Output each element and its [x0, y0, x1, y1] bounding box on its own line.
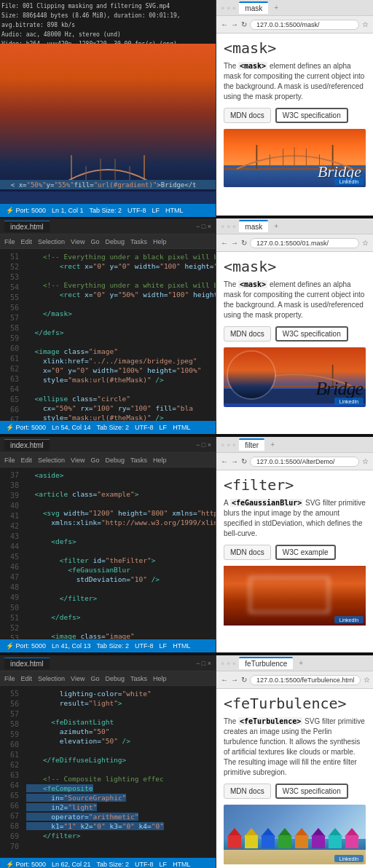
- hut-purple: [311, 828, 326, 848]
- back-btn-3[interactable]: ←: [221, 457, 228, 465]
- line-numbers-2: 5152535455 5657585960 6162636465 6667686…: [0, 249, 22, 421]
- browser-content-2: <mask> The <mask> element defines an alp…: [216, 252, 373, 434]
- address-bar-2[interactable]: 127.0.0.1:5500/01.mask/: [250, 238, 359, 248]
- w3c-spec-btn-1[interactable]: W3C specification: [275, 108, 348, 123]
- editor-titlebar-4: index.html − □ ×: [0, 655, 216, 671]
- refresh-btn-2[interactable]: ↻: [241, 239, 247, 247]
- toolbar-selection[interactable]: Selection: [38, 238, 65, 245]
- code-panel-3: index.html − □ × File Edit Selection Vie…: [0, 437, 216, 652]
- toolbar-debug-4[interactable]: Debug: [105, 675, 125, 682]
- w3c-spec-btn-4[interactable]: W3C specification: [275, 784, 348, 799]
- toolbar-view-3[interactable]: View: [71, 457, 85, 464]
- forward-btn-3[interactable]: →: [231, 457, 238, 465]
- toolbar-tasks-4[interactable]: Tasks: [130, 675, 147, 682]
- toolbar-edit-4[interactable]: Edit: [21, 675, 33, 682]
- new-tab-btn-2[interactable]: +: [274, 222, 278, 230]
- editor-tab-3[interactable]: index.html: [4, 439, 50, 451]
- editor-statusbar-4: ⚡ Port: 5000 Ln 62, Col 21 Tab Size: 2 U…: [0, 858, 216, 868]
- refresh-btn[interactable]: ↻: [241, 20, 247, 28]
- video-panel: File: 001 Clipping masking and filtering…: [0, 0, 216, 217]
- port-label-3: ⚡ Port: 5000: [6, 642, 46, 650]
- forward-btn[interactable]: →: [231, 20, 238, 28]
- doc-buttons-1: MDN docs W3C specification: [224, 108, 366, 123]
- toolbar-selection-3[interactable]: Selection: [38, 457, 65, 464]
- hut-yellow: [244, 828, 259, 848]
- browser-titlebar-1: ● ● ● mask +: [216, 0, 373, 16]
- browser-tab-mask-2[interactable]: mask: [239, 220, 268, 232]
- back-btn-2[interactable]: ←: [221, 239, 228, 247]
- hut-blue: [261, 828, 275, 848]
- toolbar-selection-4[interactable]: Selection: [38, 675, 65, 682]
- browser-tab-filter[interactable]: filter: [239, 438, 264, 451]
- mdn-docs-btn-4[interactable]: MDN docs: [224, 784, 271, 799]
- line-numbers-4: 5556575859 6061626364 6566676869 70: [0, 686, 22, 858]
- mdn-docs-btn-3[interactable]: MDN docs: [224, 545, 271, 560]
- browser-panel-4: ● ● ● feTurbulence + ← → ↻ 127.0.0.1:550…: [216, 655, 373, 868]
- new-tab-btn[interactable]: +: [274, 4, 278, 12]
- new-tab-btn-4[interactable]: +: [299, 659, 303, 667]
- toolbar-tasks-3[interactable]: Tasks: [130, 457, 147, 464]
- forward-btn-2[interactable]: →: [231, 239, 238, 247]
- toolbar-file[interactable]: File: [4, 238, 15, 245]
- toolbar-edit[interactable]: Edit: [21, 238, 33, 245]
- toolbar-go[interactable]: Go: [90, 238, 99, 245]
- star-btn-4[interactable]: ☆: [364, 676, 370, 684]
- toolbar-debug-3[interactable]: Debug: [105, 457, 125, 464]
- browser-content-1: <mask> The <mask> element defines an alp…: [216, 33, 373, 216]
- code-content-2: <!-- Everything under a black pixel will…: [22, 249, 216, 421]
- browser-panel-2: ● ● ● mask + ← → ↻ 127.0.0.1:5500/01.mas…: [216, 218, 373, 434]
- toolbar-tasks[interactable]: Tasks: [130, 238, 147, 245]
- w3c-example-btn-3[interactable]: W3C example: [275, 545, 336, 560]
- new-tab-btn-3[interactable]: +: [270, 441, 275, 449]
- hut-red: [227, 828, 242, 848]
- browser-tab-mask[interactable]: mask: [239, 1, 268, 14]
- refresh-btn-3[interactable]: ↻: [241, 457, 247, 465]
- refresh-btn-4[interactable]: ↻: [241, 676, 247, 684]
- port-label: ⚡ Port: 5000: [6, 207, 46, 214]
- mdn-docs-btn-2[interactable]: MDN docs: [224, 326, 271, 342]
- toolbar-help[interactable]: Help: [153, 238, 167, 245]
- browser-controls-2: ← → ↻ 127.0.0.1:5500/01.mask/ ☆: [216, 234, 373, 252]
- toolbar-view-4[interactable]: View: [71, 675, 85, 682]
- star-btn[interactable]: ☆: [362, 20, 369, 28]
- editor-toolbar-3: File Edit Selection View Go Debug Tasks …: [0, 453, 216, 467]
- linkedin-badge-2: LinkedIn: [334, 398, 364, 405]
- editor-titlebar-2: index.html − □ ×: [0, 218, 216, 234]
- address-bar-3[interactable]: 127.0.0.1:5500/AlterDemo/: [250, 457, 359, 467]
- address-bar-1[interactable]: 127.0.0.1:5500/mask/: [250, 20, 359, 30]
- browser-content-3: <filter> A <feGaussianBlur> SVG filter p…: [216, 470, 373, 652]
- code-body-3: 3738394041 4243444546 4748495051 5253545…: [0, 467, 216, 639]
- back-btn-4[interactable]: ←: [221, 676, 228, 684]
- hut-body-blue: [262, 835, 275, 848]
- address-bar-4[interactable]: 127.0.0.1:5500/feTurbulence.html: [250, 675, 361, 685]
- browser-controls-1: ← → ↻ 127.0.0.1:5500/mask/ ☆: [216, 16, 373, 33]
- toolbar-file-4[interactable]: File: [4, 675, 15, 682]
- panel-2: index.html − □ × File Edit Selection Vie…: [0, 218, 373, 435]
- toolbar-file-3[interactable]: File: [4, 457, 15, 464]
- toolbar-debug[interactable]: Debug: [105, 238, 125, 245]
- line-numbers-3: 3738394041 4243444546 4748495051 5253545…: [0, 467, 22, 639]
- toolbar-help-4[interactable]: Help: [153, 675, 167, 682]
- browser-tab-turbulence[interactable]: feTurbulence: [239, 657, 293, 669]
- toolbar-view[interactable]: View: [71, 238, 85, 245]
- doc-desc-4: The <feTurbulence> SVG filter primitive …: [224, 717, 366, 778]
- toolbar-edit-3[interactable]: Edit: [21, 457, 33, 464]
- toolbar-go-4[interactable]: Go: [90, 675, 99, 682]
- editor-tab-4[interactable]: index.html: [4, 658, 50, 669]
- toolbar-go-3[interactable]: Go: [90, 457, 99, 464]
- forward-btn-4[interactable]: →: [231, 676, 238, 684]
- star-btn-2[interactable]: ☆: [362, 239, 369, 247]
- editor-tab-2[interactable]: index.html: [4, 221, 50, 232]
- w3c-spec-btn-2[interactable]: W3C specification: [275, 326, 348, 342]
- linkedin-badge-3: LinkedIn: [334, 616, 364, 623]
- back-btn[interactable]: ←: [221, 20, 228, 28]
- video-bridge-image: [0, 44, 216, 217]
- mdn-docs-btn-1[interactable]: MDN docs: [224, 108, 271, 123]
- toolbar-help-3[interactable]: Help: [153, 457, 167, 464]
- panel-3: index.html − □ × File Edit Selection Vie…: [0, 437, 373, 654]
- editor-statusbar-2: ⚡ Port: 5000 Ln 54, Col 14 Tab Size: 2 U…: [0, 421, 216, 434]
- code-content-3: <aside> <article class="example"> <svg w…: [22, 467, 216, 639]
- star-btn-3[interactable]: ☆: [362, 457, 369, 465]
- doc-title-1: <mask>: [224, 39, 366, 57]
- browser-titlebar-4: ● ● ● feTurbulence +: [216, 655, 373, 671]
